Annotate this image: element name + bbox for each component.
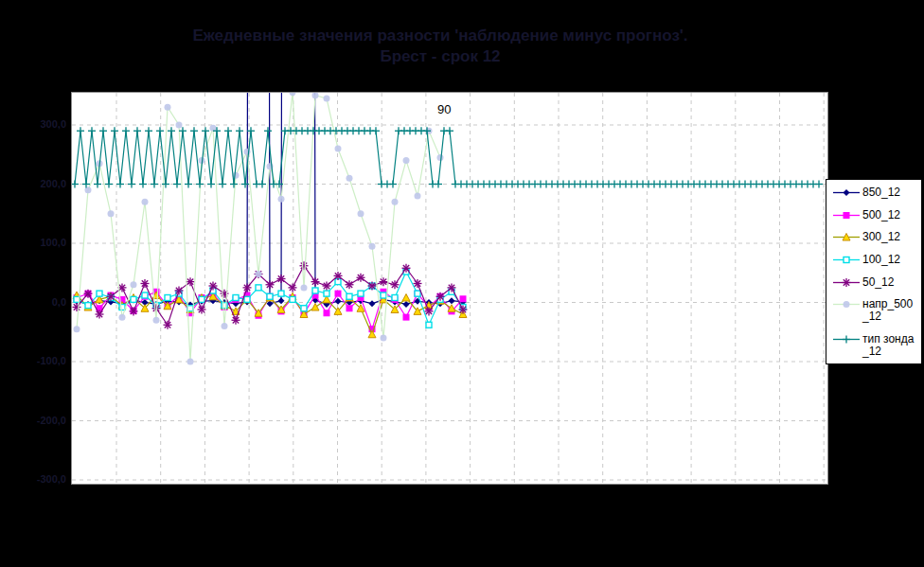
legend-label: 500_12 <box>862 209 900 221</box>
y-axis-tick-label: 300,0 <box>4 118 66 130</box>
series-тип зонда_12 <box>72 127 823 187</box>
legend-item-50_12: 50_12 <box>832 276 917 289</box>
series-напр_500_12 <box>74 93 444 365</box>
legend-label: 50_12 <box>862 276 894 289</box>
chart-title: Ежедневные значения разности 'наблюдение… <box>0 26 880 67</box>
open-square-icon <box>832 254 861 266</box>
plus-icon <box>832 333 861 346</box>
chart-title-line2: Брест - срок 12 <box>0 46 880 67</box>
triangle-icon <box>832 231 861 243</box>
legend-label: 300_12 <box>862 231 900 243</box>
circle-icon <box>832 298 861 310</box>
plot-area: 90 <box>71 92 828 485</box>
legend-label: тип зонда_12 <box>862 333 917 358</box>
legend-item-напр_500_12: напр_500_12 <box>832 298 917 323</box>
legend-item-850_12: 850_12 <box>832 186 917 199</box>
data-label-90: 90 <box>437 102 451 116</box>
legend-item-500_12: 500_12 <box>832 209 917 221</box>
y-axis-tick-label: 100,0 <box>4 237 66 248</box>
chart-plot-svg <box>72 93 827 484</box>
legend-label: напр_500_12 <box>862 298 917 323</box>
asterisk-icon <box>832 276 861 289</box>
chart-legend: 850_12500_12300_12100_1250_12напр_500_12… <box>826 179 922 364</box>
legend-label: 100_12 <box>862 254 900 266</box>
y-axis-tick-label: -100,0 <box>4 355 66 366</box>
y-axis-tick-label: -300,0 <box>4 473 66 485</box>
y-axis-tick-label: -200,0 <box>4 415 66 426</box>
chart-canvas: Ежедневные значения разности 'наблюдение… <box>0 0 924 567</box>
diamond-icon <box>832 186 861 199</box>
chart-title-line1: Ежедневные значения разности 'наблюдение… <box>0 26 880 46</box>
y-axis-tick-label: 200,0 <box>4 178 66 189</box>
y-axis-tick-label: 0,0 <box>4 296 66 308</box>
legend-item-100_12: 100_12 <box>832 254 917 266</box>
legend-item-300_12: 300_12 <box>832 231 917 243</box>
square-icon <box>832 209 861 221</box>
legend-item-тип-зонда_12: тип зонда_12 <box>832 333 917 358</box>
legend-label: 850_12 <box>862 186 900 199</box>
